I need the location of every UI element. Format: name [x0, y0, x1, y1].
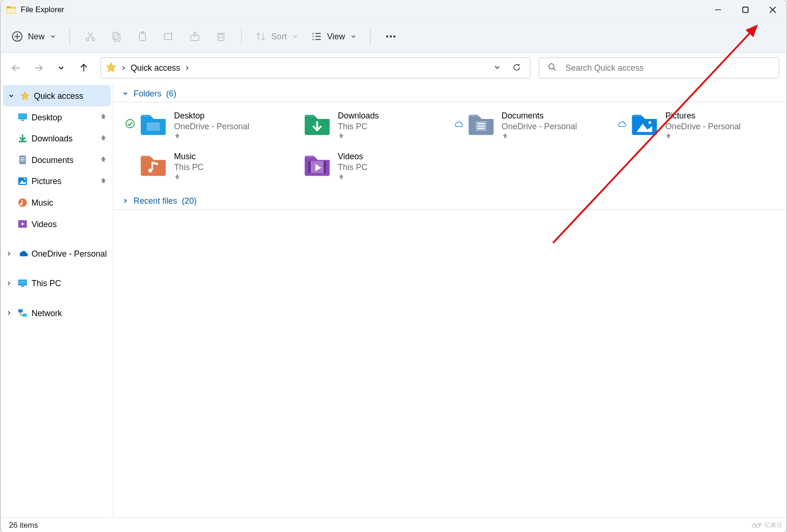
folders-section-header[interactable]: Folders (6) [113, 89, 787, 102]
folder-name: Documents [502, 111, 577, 120]
folder-item-videos[interactable]: Videos This PC [289, 149, 447, 184]
delete-button[interactable] [209, 24, 233, 48]
maximize-button[interactable] [732, 0, 759, 19]
nav-item-documents[interactable]: Documents [0, 149, 112, 170]
new-button[interactable]: New [7, 24, 61, 48]
minimize-button[interactable] [705, 0, 732, 19]
search-input[interactable] [565, 63, 770, 73]
cloud-icon [617, 119, 626, 130]
separator [69, 28, 70, 44]
up-button[interactable] [75, 59, 92, 76]
pictures-folder-icon [631, 111, 658, 135]
svg-point-87 [759, 523, 761, 525]
more-button[interactable] [379, 24, 403, 48]
chevron-right-icon[interactable] [4, 250, 14, 257]
nav-item-label: Documents [31, 155, 96, 164]
address-bar[interactable]: Quick access [100, 57, 530, 79]
nav-quick-access[interactable]: Quick access [3, 85, 110, 107]
refresh-button[interactable] [512, 62, 521, 74]
folder-item-downloads[interactable]: Downloads This PC [289, 108, 447, 143]
svg-rect-63 [21, 286, 24, 287]
nav-item-pictures[interactable]: Pictures [0, 170, 112, 192]
recent-files-section-header[interactable]: Recent files (20) [113, 196, 787, 209]
separator [370, 28, 370, 44]
nav-label: Network [31, 308, 109, 318]
address-dropdown[interactable] [493, 63, 502, 73]
monitor-icon [17, 278, 28, 288]
desktop-icon [17, 112, 28, 123]
svg-point-56 [18, 198, 27, 207]
nav-onedrive[interactable]: OneDrive - Personal [0, 243, 112, 265]
address-row: Quick access [0, 53, 786, 82]
pin-icon [174, 132, 249, 141]
svg-rect-14 [113, 32, 118, 39]
file-explorer-icon [7, 5, 16, 14]
new-label: New [28, 31, 45, 41]
documents-icon [17, 155, 28, 165]
folder-item-pictures[interactable]: Pictures OneDrive - Personal [617, 108, 775, 143]
folder-item-desktop[interactable]: Desktop OneDrive - Personal [125, 108, 283, 143]
videos-folder-icon [303, 151, 330, 176]
toolbar: New [0, 20, 786, 53]
sort-label: Sort [271, 31, 287, 41]
back-button[interactable] [7, 59, 24, 76]
nav-network[interactable]: Network [0, 302, 112, 324]
paste-button[interactable] [131, 24, 155, 48]
folder-location: OneDrive - Personal [502, 121, 577, 131]
pin-icon [338, 173, 367, 182]
sync-check-icon [125, 119, 135, 130]
folder-location: OneDrive - Personal [174, 121, 249, 131]
nav-item-music[interactable]: Music [0, 192, 112, 214]
chevron-right-icon[interactable] [4, 310, 14, 317]
folder-name: Music [174, 151, 203, 161]
breadcrumb-quick-access[interactable]: Quick access [131, 63, 180, 73]
nav-item-videos[interactable]: Videos [0, 213, 112, 235]
music-icon [17, 197, 28, 208]
share-button[interactable] [183, 24, 207, 48]
svg-point-10 [86, 37, 89, 40]
nav-item-label: Desktop [31, 112, 96, 122]
svg-rect-45 [19, 114, 26, 118]
svg-rect-81 [308, 161, 310, 173]
pin-icon [100, 177, 107, 185]
separator [241, 28, 241, 44]
nav-item-desktop[interactable]: Desktop [0, 106, 112, 128]
documents-folder-icon [467, 111, 495, 135]
item-count: 26 items [9, 521, 38, 530]
nav-item-downloads[interactable]: Downloads [0, 128, 112, 149]
close-button[interactable] [759, 0, 786, 19]
pin-icon [174, 173, 203, 182]
search-bar[interactable] [539, 57, 779, 79]
cut-button[interactable] [78, 24, 102, 48]
folder-name: Downloads [338, 111, 379, 120]
svg-rect-2 [7, 8, 15, 12]
svg-rect-15 [115, 34, 120, 41]
watermark: 亿速云 [752, 521, 782, 529]
star-icon [20, 90, 30, 101]
folder-item-documents[interactable]: Documents OneDrive - Personal [453, 108, 611, 143]
pin-icon [502, 132, 577, 141]
folder-item-music[interactable]: Music This PC [125, 149, 283, 184]
downloads-folder-icon [303, 111, 330, 135]
desktop-folder-icon [140, 111, 167, 135]
chevron-right-icon [122, 197, 129, 204]
chevron-right-icon[interactable] [184, 64, 191, 71]
recent-dropdown[interactable] [53, 59, 69, 76]
view-button[interactable]: View [306, 24, 361, 48]
chevron-down-icon [122, 90, 129, 97]
chevron-right-icon[interactable] [4, 280, 14, 287]
view-label: View [327, 31, 345, 41]
forward-button[interactable] [30, 59, 47, 76]
svg-point-36 [393, 35, 395, 37]
svg-rect-62 [19, 280, 26, 284]
chevron-right-icon[interactable] [120, 64, 127, 71]
sort-button[interactable]: Sort [250, 24, 303, 48]
copy-button[interactable] [105, 24, 128, 48]
svg-rect-69 [147, 122, 160, 131]
chevron-down-icon[interactable] [7, 92, 16, 99]
search-icon [547, 62, 557, 74]
pin-icon [100, 155, 107, 164]
rename-button[interactable] [157, 24, 181, 48]
nav-this-pc[interactable]: This PC [0, 273, 112, 294]
svg-point-34 [386, 35, 388, 37]
